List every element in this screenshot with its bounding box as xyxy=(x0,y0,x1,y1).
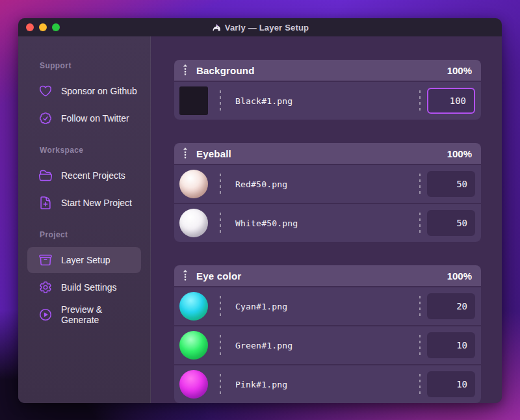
layer-weight-input[interactable] xyxy=(427,210,475,236)
layer-group-name: Eye color xyxy=(196,270,439,282)
layer-group-name: Background xyxy=(196,65,439,76)
sidebar-item-start-new-project[interactable]: Start New Project xyxy=(27,190,141,216)
divider-dots xyxy=(220,335,221,356)
layer-weight-input[interactable] xyxy=(427,371,475,397)
layer-rows: Black#1.png xyxy=(174,82,481,120)
layer-weight-input[interactable] xyxy=(427,332,475,358)
layer-filename: Green#1.png xyxy=(235,341,292,350)
sidebar-item-label: Build Settings xyxy=(61,282,117,293)
layer-group-header: Eye color 100% xyxy=(174,265,481,286)
layer-group: Eye color 100% Cyan#1.png Green#1.png Pi… xyxy=(174,265,481,403)
layer-group-name: Eyeball xyxy=(196,148,439,159)
layer-rows: Cyan#1.png Green#1.png Pink#1.png xyxy=(174,287,481,403)
layer-rows: Red#50.png White#50.png xyxy=(174,165,481,242)
layer-weight-input[interactable] xyxy=(427,293,475,319)
layer-group-weight: 100% xyxy=(447,148,472,159)
archive-box-icon xyxy=(38,253,53,267)
sidebar-section-items: Recent Projects Start New Project xyxy=(18,163,150,216)
sidebar-item-layer-setup[interactable]: Layer Setup xyxy=(27,247,141,273)
divider-dots xyxy=(220,213,221,233)
sidebar-section-items: Layer Setup Build Settings Preview & Gen… xyxy=(18,247,150,328)
zoom-button[interactable] xyxy=(52,23,60,31)
divider-dots xyxy=(419,174,421,194)
sidebar-item-label: Follow on Twitter xyxy=(61,113,129,124)
layer-row: Red#50.png xyxy=(174,165,481,203)
sidebar-item-label: Recent Projects xyxy=(61,170,125,181)
layer-weight-input[interactable] xyxy=(427,171,475,197)
divider-dots xyxy=(220,374,221,395)
divider-dots xyxy=(419,90,421,111)
sidebar-section-label: Support xyxy=(18,56,150,77)
layer-setup-panel: Background 100% Black#1.png Eyeball 100% xyxy=(151,36,502,403)
play-circle-icon xyxy=(38,308,53,322)
sidebar-item-build-settings[interactable]: Build Settings xyxy=(27,274,141,300)
sidebar-section-label: Project xyxy=(18,225,150,246)
drag-handle-icon[interactable] xyxy=(182,147,188,160)
layer-filename: Cyan#1.png xyxy=(235,302,287,311)
pink-sphere-thumbnail xyxy=(179,370,208,399)
black-square-thumbnail xyxy=(179,86,208,115)
divider-dots xyxy=(220,174,221,194)
window-content: Support Sponsor on Github Follow on Twit… xyxy=(18,36,502,403)
sidebar-item-recent-projects[interactable]: Recent Projects xyxy=(27,163,141,189)
document-plus-icon xyxy=(38,196,53,210)
layer-group-weight: 100% xyxy=(447,65,472,76)
heart-icon xyxy=(38,84,53,98)
folder-open-icon xyxy=(38,168,53,183)
window-title: Varly — Layer Setup xyxy=(18,18,502,36)
sidebar: Support Sponsor on Github Follow on Twit… xyxy=(18,36,151,403)
divider-dots xyxy=(419,374,421,395)
sidebar-item-preview-generate[interactable]: Preview & Generate xyxy=(27,302,141,328)
divider-dots xyxy=(419,335,421,356)
green-sphere-thumbnail xyxy=(179,331,208,360)
layer-group-header: Eyeball 100% xyxy=(174,143,481,164)
cyan-sphere-thumbnail xyxy=(179,292,208,321)
close-button[interactable] xyxy=(26,23,34,31)
layer-row: White#50.png xyxy=(174,204,481,242)
divider-dots xyxy=(419,213,421,233)
layer-group-weight: 100% xyxy=(447,270,472,282)
badge-check-icon xyxy=(38,111,53,125)
layer-row: Pink#1.png xyxy=(174,365,481,403)
minimize-button[interactable] xyxy=(39,23,47,31)
layer-weight-input[interactable] xyxy=(427,88,475,114)
app-window: Varly — Layer Setup Support Sponsor on G… xyxy=(18,18,502,403)
sidebar-section-label: Workspace xyxy=(18,140,150,161)
sidebar-item-label: Preview & Generate xyxy=(61,304,141,325)
unicorn-icon xyxy=(211,23,221,33)
divider-dots xyxy=(220,90,221,111)
white-sphere-thumbnail xyxy=(179,209,208,237)
sidebar-item-sponsor-on-github[interactable]: Sponsor on Github xyxy=(27,78,141,104)
layer-row: Black#1.png xyxy=(174,82,481,120)
layer-group: Background 100% Black#1.png xyxy=(174,60,481,120)
layer-filename: Pink#1.png xyxy=(235,380,287,389)
divider-dots xyxy=(419,296,421,317)
layer-group-header: Background 100% xyxy=(174,60,481,81)
drag-handle-icon[interactable] xyxy=(182,269,188,282)
sidebar-item-label: Sponsor on Github xyxy=(61,86,137,96)
sidebar-section-items: Sponsor on Github Follow on Twitter xyxy=(18,78,150,131)
divider-dots xyxy=(220,296,221,317)
red-sphere-thumbnail xyxy=(179,170,208,198)
sidebar-item-label: Start New Project xyxy=(61,198,132,208)
drag-handle-icon[interactable] xyxy=(182,64,188,77)
layer-filename: White#50.png xyxy=(235,218,298,228)
layer-row: Green#1.png xyxy=(174,326,481,364)
traffic-lights xyxy=(18,23,60,31)
window-title-text: Varly — Layer Setup xyxy=(225,23,309,33)
titlebar: Varly — Layer Setup xyxy=(18,18,502,36)
layer-row: Cyan#1.png xyxy=(174,287,481,325)
sidebar-item-follow-on-twitter[interactable]: Follow on Twitter xyxy=(27,105,141,131)
layer-filename: Black#1.png xyxy=(235,96,292,106)
gear-icon xyxy=(38,280,53,295)
sidebar-section: Support Sponsor on Github Follow on Twit… xyxy=(18,56,150,131)
layer-group: Eyeball 100% Red#50.png White#50.png xyxy=(174,143,481,242)
sidebar-section: Project Layer Setup Build Settings Previ… xyxy=(18,225,150,328)
sidebar-section: Workspace Recent Projects Start New Proj… xyxy=(18,140,150,216)
sidebar-item-label: Layer Setup xyxy=(61,255,110,265)
layer-filename: Red#50.png xyxy=(235,179,287,189)
